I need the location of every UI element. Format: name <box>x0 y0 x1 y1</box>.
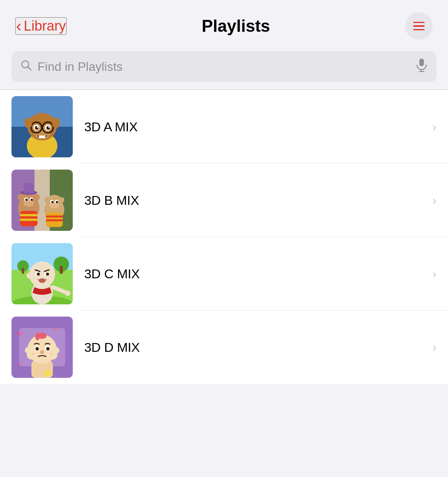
header: ‹ Library Playlists <box>0 0 448 47</box>
svg-line-1 <box>28 67 31 70</box>
svg-point-66 <box>37 273 40 276</box>
svg-point-20 <box>48 126 50 128</box>
chevron-right-icon: › <box>432 340 437 354</box>
svg-point-21 <box>25 118 32 128</box>
svg-point-88 <box>46 347 50 351</box>
search-container <box>0 47 448 90</box>
svg-rect-40 <box>20 214 38 216</box>
playlist-artwork-b <box>11 170 73 231</box>
playlist-artwork-a <box>11 96 73 157</box>
svg-point-91 <box>48 350 57 359</box>
svg-rect-31 <box>24 183 34 193</box>
menu-line-3 <box>413 29 425 31</box>
playlist-artwork-c <box>11 243 73 304</box>
svg-point-90 <box>27 350 36 359</box>
svg-rect-23 <box>39 136 42 138</box>
menu-button[interactable] <box>405 12 433 40</box>
playlist-name: 3D B MIX <box>84 193 428 208</box>
svg-point-67 <box>46 273 49 276</box>
playlist-name: 3D C MIX <box>84 266 428 281</box>
playlists-container: 3D A MIX › <box>0 90 448 384</box>
svg-rect-41 <box>20 219 38 221</box>
menu-line-1 <box>413 22 425 23</box>
list-item[interactable]: 3D B MIX › <box>0 163 448 237</box>
svg-point-89 <box>40 350 44 354</box>
back-button[interactable]: ‹ Library <box>15 17 67 35</box>
svg-point-44 <box>44 197 50 203</box>
svg-rect-57 <box>60 266 63 274</box>
svg-point-33 <box>34 194 40 200</box>
list-item[interactable]: 3D A MIX › <box>0 90 448 163</box>
list-item[interactable]: 3D C MIX › <box>0 237 448 310</box>
list-item[interactable]: ♥ ♥ ♥ ♥ <box>0 310 448 384</box>
search-icon <box>21 59 32 74</box>
svg-point-32 <box>18 194 24 200</box>
svg-point-87 <box>36 347 39 351</box>
svg-point-18 <box>46 126 50 130</box>
svg-rect-53 <box>46 219 63 221</box>
page-title: Playlists <box>67 16 405 36</box>
svg-point-17 <box>35 126 39 130</box>
search-input[interactable] <box>38 60 410 74</box>
svg-point-94 <box>45 370 51 376</box>
chevron-right-icon: › <box>432 193 437 207</box>
playlist-name: 3D D MIX <box>84 340 428 355</box>
svg-point-62 <box>29 261 55 288</box>
menu-icon <box>413 22 425 31</box>
svg-point-63 <box>26 273 33 279</box>
svg-rect-2 <box>419 59 424 66</box>
playlist-name: 3D A MIX <box>84 119 428 134</box>
svg-point-37 <box>25 199 28 201</box>
svg-point-72 <box>65 291 70 296</box>
chevron-right-icon: › <box>432 120 437 134</box>
svg-point-38 <box>31 199 33 201</box>
svg-point-45 <box>59 197 64 203</box>
svg-point-93 <box>51 353 52 354</box>
menu-line-2 <box>413 25 425 27</box>
svg-rect-24 <box>42 136 45 138</box>
chevron-right-icon: › <box>432 267 437 281</box>
svg-point-82 <box>35 333 40 340</box>
back-chevron-icon: ‹ <box>16 18 21 34</box>
microphone-icon[interactable] <box>416 58 427 75</box>
svg-point-50 <box>56 201 58 203</box>
svg-point-49 <box>51 201 54 203</box>
back-label: Library <box>24 18 66 34</box>
svg-point-70 <box>39 278 46 283</box>
svg-rect-59 <box>22 268 24 274</box>
search-bar[interactable] <box>11 51 437 82</box>
svg-point-92 <box>32 353 34 354</box>
playlist-artwork-d: ♥ ♥ ♥ ♥ <box>11 317 73 378</box>
svg-rect-52 <box>46 216 63 217</box>
svg-point-19 <box>37 126 38 128</box>
svg-point-22 <box>52 118 60 128</box>
